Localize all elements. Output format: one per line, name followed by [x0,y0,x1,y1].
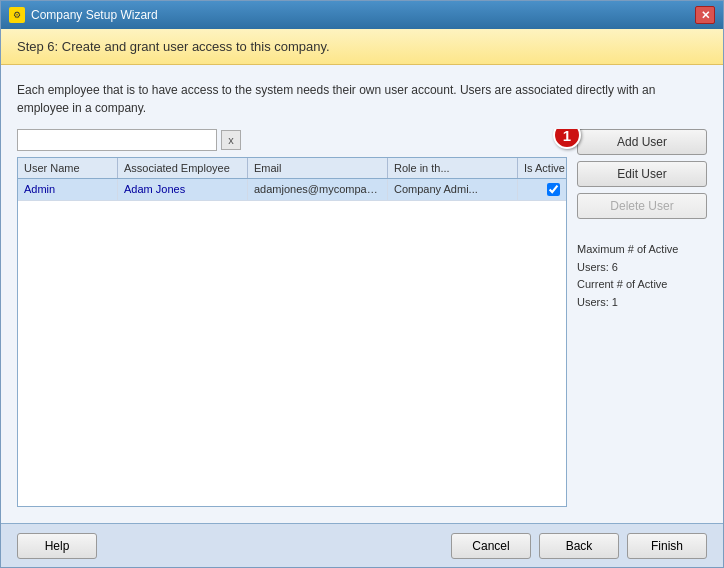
finish-button[interactable]: Finish [627,533,707,559]
search-row: x [17,129,567,151]
content-area: Each employee that is to have access to … [1,65,723,523]
side-panel: 1 Add User Edit User Delete User Maximum… [577,129,707,507]
table-header: User Name Associated Employee Email Role… [18,158,566,179]
active-checkbox[interactable] [547,183,560,196]
current-users-value: Users: 1 [577,294,707,312]
add-user-container: 1 Add User [577,129,707,155]
window-icon: ⚙ [9,7,25,23]
cancel-button[interactable]: Cancel [451,533,531,559]
current-users-label: Current # of Active [577,276,707,294]
cell-username: Admin [18,179,118,200]
col-role: Role in th... [388,158,518,178]
edit-user-button[interactable]: Edit User [577,161,707,187]
footer-right: Cancel Back Finish [451,533,707,559]
window-title: Company Setup Wizard [31,8,158,22]
main-panel: x User Name Associated Employee Email Ro… [17,129,707,507]
cell-email: adamjones@mycompany.c... [248,179,388,200]
delete-user-button[interactable]: Delete User [577,193,707,219]
description-text: Each employee that is to have access to … [17,81,707,117]
stats-box: Maximum # of Active Users: 6 Current # o… [577,241,707,311]
user-table: User Name Associated Employee Email Role… [17,157,567,507]
max-users-label: Maximum # of Active [577,241,707,259]
close-button[interactable]: ✕ [695,6,715,24]
cell-role: Company Admi... [388,179,518,200]
search-input[interactable] [17,129,217,151]
title-bar: ⚙ Company Setup Wizard ✕ [1,1,723,29]
col-username: User Name [18,158,118,178]
main-window: ⚙ Company Setup Wizard ✕ Step 6: Create … [0,0,724,568]
table-body: Admin Adam Jones adamjones@mycompany.c..… [18,179,566,506]
add-user-button[interactable]: Add User [577,129,707,155]
footer: Help Cancel Back Finish [1,523,723,567]
table-row[interactable]: Admin Adam Jones adamjones@mycompany.c..… [18,179,566,201]
title-bar-left: ⚙ Company Setup Wizard [9,7,158,23]
step-banner: Step 6: Create and grant user access to … [1,29,723,65]
col-active: Is Active [518,158,567,178]
search-clear-button[interactable]: x [221,130,241,150]
table-section: x User Name Associated Employee Email Ro… [17,129,567,507]
back-button[interactable]: Back [539,533,619,559]
cell-employee: Adam Jones [118,179,248,200]
max-users-value: Users: 6 [577,259,707,277]
step-text: Step 6: Create and grant user access to … [17,39,330,54]
cell-active [518,179,566,200]
col-employee: Associated Employee [118,158,248,178]
col-email: Email [248,158,388,178]
help-button[interactable]: Help [17,533,97,559]
